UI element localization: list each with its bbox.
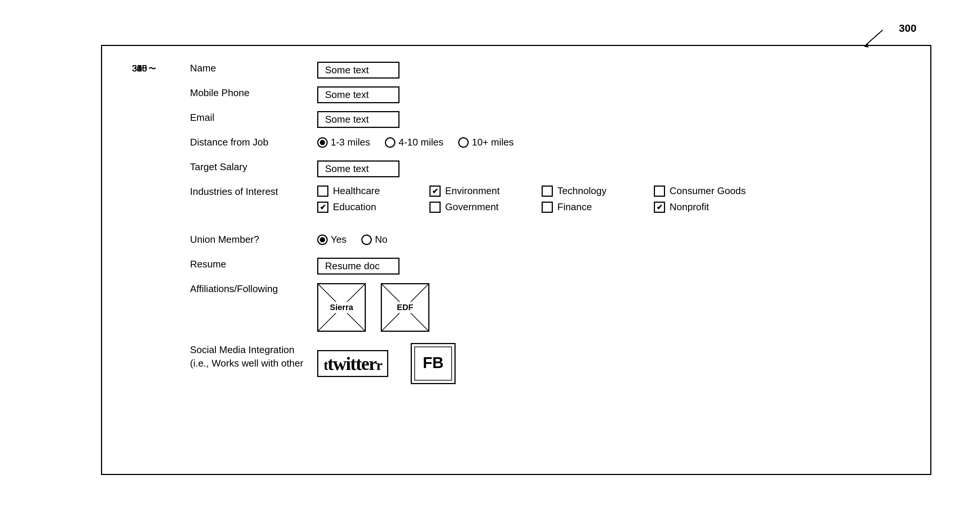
industry-government-checkbox[interactable]	[430, 202, 441, 213]
industries-checkboxes: Healthcare Environment Technology C	[317, 185, 908, 213]
distance-row: 320 〜 Distance from Job 1-3 miles 4-10 m…	[190, 135, 908, 157]
distance-radio-group: 1-3 miles 4-10 miles 10+ miles	[317, 135, 908, 148]
page-container: 300 305 〜 Name Some text 310 〜	[41, 22, 939, 501]
row-355-label: 355 〜	[132, 63, 156, 74]
industries-grid: Healthcare Environment Technology C	[317, 185, 773, 213]
figure-number: 300	[899, 22, 916, 34]
industry-finance-checkbox[interactable]	[542, 202, 553, 213]
affiliations-row-container: 350 〜 Affiliations/Following Sierra	[190, 282, 908, 334]
salary-row: 325 〜 Target Salary Some text	[190, 160, 908, 181]
industry-technology-checkbox[interactable]	[542, 186, 553, 197]
distance-option-1-3[interactable]: 1-3 miles	[317, 137, 370, 148]
union-no-option[interactable]: No	[361, 234, 387, 245]
mobile-textbox[interactable]: Some text	[317, 86, 399, 103]
industry-nonprofit-label: Nonprofit	[670, 201, 709, 213]
distance-radio-10plus[interactable]	[458, 137, 469, 148]
industry-healthcare-checkbox[interactable]	[317, 186, 328, 197]
industry-technology[interactable]: Technology	[542, 185, 654, 197]
industry-government[interactable]: Government	[430, 201, 542, 213]
industry-consumer-goods[interactable]: Consumer Goods	[654, 185, 773, 197]
industry-consumer-goods-label: Consumer Goods	[670, 185, 746, 197]
mobile-row: 310 〜 Mobile Phone Some text	[190, 86, 908, 107]
social-label-line2: (i.e., Works well with other	[190, 357, 317, 370]
industry-environment-checkbox[interactable]	[430, 186, 441, 197]
union-no-label: No	[375, 234, 387, 245]
union-yes-label: Yes	[331, 234, 346, 245]
svg-text:FB: FB	[423, 354, 444, 371]
email-textbox[interactable]: Some text	[317, 111, 399, 128]
resume-row: 345 〜 Resume Resume doc	[190, 257, 908, 279]
twitter-logo[interactable]: ttwitterr	[317, 350, 388, 377]
sierra-label: Sierra	[328, 302, 355, 313]
resume-textbox[interactable]: Resume doc	[317, 258, 399, 275]
social-media-logos: ttwitterr FB	[317, 342, 908, 384]
mobile-field-label: Mobile Phone	[190, 86, 317, 99]
social-row-container: 355 〜 Social Media Integration (i.e., Wo…	[190, 342, 908, 387]
main-form-box: 305 〜 Name Some text 310 〜 Mobile Phone …	[101, 45, 931, 475]
industry-nonprofit[interactable]: Nonprofit	[654, 201, 773, 213]
name-field-label: Name	[190, 61, 317, 74]
row-355-tilde: 〜	[148, 64, 156, 74]
distance-radio-4-10[interactable]	[385, 137, 395, 148]
industry-technology-label: Technology	[557, 185, 607, 197]
social-label-line1: Social Media Integration	[190, 343, 317, 357]
email-field-value: Some text	[317, 110, 908, 128]
email-row: 315 〜 Email Some text	[190, 110, 908, 132]
social-field-label: Social Media Integration (i.e., Works we…	[190, 342, 317, 370]
industries-field-label: Industries of Interest	[190, 185, 317, 197]
affiliations-logos: Sierra EDF	[317, 282, 908, 332]
affiliations-field-label: Affiliations/Following	[190, 282, 317, 295]
facebook-logo[interactable]: FB	[411, 343, 456, 384]
industry-environment-label: Environment	[445, 185, 500, 197]
salary-field-label: Target Salary	[190, 160, 317, 173]
industry-healthcare[interactable]: Healthcare	[317, 185, 430, 197]
industries-row: 330 〜 Industries of Interest Healthcare …	[190, 185, 908, 222]
distance-option-4-10[interactable]: 4-10 miles	[385, 137, 443, 148]
svg-line-0	[866, 30, 883, 45]
resume-field-label: Resume	[190, 257, 317, 270]
salary-field-value: Some text	[317, 160, 908, 177]
industry-environment[interactable]: Environment	[430, 185, 542, 197]
industry-nonprofit-checkbox[interactable]	[654, 202, 665, 213]
distance-label-10plus: 10+ miles	[472, 137, 514, 148]
distance-option-10plus[interactable]: 10+ miles	[458, 137, 514, 148]
industry-education-checkbox[interactable]	[317, 202, 328, 213]
distance-label-4-10: 4-10 miles	[398, 137, 443, 148]
sierra-logo[interactable]: Sierra	[317, 283, 366, 332]
name-row: 305 〜 Name Some text	[190, 61, 908, 83]
twitter-label: ttwitterr	[323, 354, 382, 373]
row-355-number: 355	[132, 63, 147, 74]
union-radio-group: Yes No	[317, 232, 908, 245]
industry-finance[interactable]: Finance	[542, 201, 654, 213]
name-field-value: Some text	[317, 61, 908, 78]
form-section: 305 〜 Name Some text 310 〜 Mobile Phone …	[190, 61, 908, 387]
edf-label: EDF	[395, 302, 415, 313]
union-row: 340 〜 Union Member? Yes No	[190, 232, 908, 254]
email-field-label: Email	[190, 110, 317, 123]
spacer-1	[190, 225, 908, 232]
industry-consumer-goods-checkbox[interactable]	[654, 186, 665, 197]
union-field-label: Union Member?	[190, 232, 317, 245]
industry-government-label: Government	[445, 201, 499, 213]
industry-education[interactable]: Education	[317, 201, 430, 213]
mobile-field-value: Some text	[317, 86, 908, 103]
name-textbox[interactable]: Some text	[317, 62, 399, 78]
industry-finance-label: Finance	[557, 201, 592, 213]
distance-label-1-3: 1-3 miles	[331, 137, 370, 148]
distance-radio-1-3[interactable]	[317, 137, 328, 148]
industry-healthcare-label: Healthcare	[333, 185, 380, 197]
resume-field-value: Resume doc	[317, 257, 908, 275]
union-no-radio[interactable]	[361, 234, 372, 245]
facebook-logo-svg: FB	[412, 343, 455, 384]
edf-logo[interactable]: EDF	[381, 283, 430, 332]
distance-field-label: Distance from Job	[190, 135, 317, 148]
union-yes-option[interactable]: Yes	[317, 234, 346, 245]
industry-education-label: Education	[333, 201, 376, 213]
union-yes-radio[interactable]	[317, 234, 328, 245]
salary-textbox[interactable]: Some text	[317, 161, 399, 177]
